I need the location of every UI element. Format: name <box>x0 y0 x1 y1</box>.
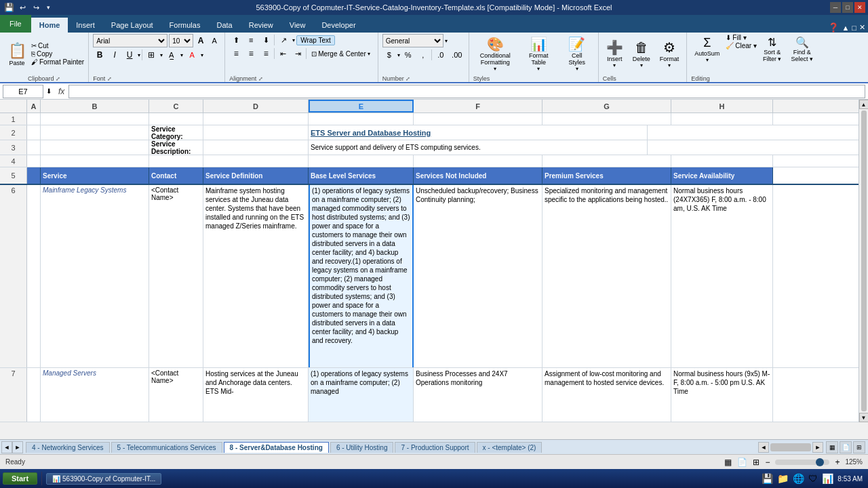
font-family-select[interactable]: Arial <box>93 34 167 47</box>
orientation-dropdown[interactable]: ▾ <box>292 37 295 43</box>
cell-e6[interactable]: (1) operations of legacy systems on a ma… <box>309 185 414 367</box>
cell-g6[interactable]: Specialized monitoring and management sp… <box>542 185 671 367</box>
window-controls[interactable]: ─ □ ✕ <box>830 2 865 13</box>
cell-d2[interactable] <box>203 125 309 140</box>
sheet-tab-prev[interactable]: ◄ <box>1 441 12 453</box>
taskbar-icon-save[interactable]: 💾 <box>762 473 773 484</box>
left-align-btn[interactable]: ≡ <box>229 47 243 60</box>
fill-color-dropdown[interactable]: ▾ <box>180 52 183 58</box>
clear-button[interactable]: 🧹Clear ▾ <box>726 42 757 49</box>
cell-c1[interactable] <box>149 113 203 125</box>
insert-button[interactable]: ➕ Insert ▾ <box>603 37 627 70</box>
redo-icon[interactable]: ↪ <box>30 1 42 14</box>
decrease-decimal-btn[interactable]: .00 <box>450 49 465 61</box>
save-icon[interactable]: 💾 <box>3 1 15 14</box>
cell-a3[interactable] <box>27 140 41 155</box>
cell-a4[interactable] <box>27 155 41 167</box>
sort-filter-button[interactable]: ⇅ Sort & Filter ▾ <box>760 34 785 64</box>
find-select-button[interactable]: 🔍 Find & Select ▾ <box>787 34 816 64</box>
sheet-tab-server-database[interactable]: 8 - Server&Database Hosting <box>224 442 329 453</box>
insert-tab[interactable]: Insert <box>68 18 103 33</box>
excel-restore-icon[interactable]: □ <box>852 24 856 32</box>
cell-f6[interactable]: Unscheduled backup/recovery; Business Co… <box>414 185 542 367</box>
zoom-slider[interactable] <box>775 460 829 465</box>
copy-button[interactable]: ⎘Copy <box>31 50 84 58</box>
cell-e2[interactable]: ETS Server and Database Hosting <box>309 125 648 140</box>
view-tab[interactable]: View <box>281 18 314 33</box>
zoom-in-btn[interactable]: + <box>835 458 840 467</box>
cell-e7[interactable]: (1) operations of legacy systems on a ma… <box>309 368 414 422</box>
review-tab[interactable]: Review <box>241 18 281 33</box>
cell-reference[interactable] <box>3 85 43 98</box>
ribbon-minimize-icon[interactable]: ▲ <box>842 24 849 32</box>
cell-a1[interactable] <box>27 113 41 125</box>
col-header-e[interactable]: E <box>309 100 414 113</box>
h-scroll-thumb[interactable] <box>770 443 811 451</box>
increase-indent-btn[interactable]: ⇥ <box>291 47 304 60</box>
currency-dropdown[interactable]: ▾ <box>397 52 400 58</box>
cell-e5[interactable]: Base Level Services <box>309 167 414 184</box>
delete-button[interactable]: 🗑 Delete ▾ <box>629 38 654 70</box>
cell-a7[interactable] <box>27 368 41 422</box>
font-color-dropdown[interactable]: ▾ <box>201 52 203 58</box>
top-align-btn[interactable]: ⬆ <box>229 34 243 46</box>
h-scroll-right[interactable]: ► <box>812 442 823 453</box>
col-header-h[interactable]: H <box>671 100 773 113</box>
conditional-formatting-button[interactable]: 🎨 Conditional Formatting ▾ <box>473 34 517 74</box>
right-align-btn[interactable]: ≡ <box>259 47 273 60</box>
cell-h4[interactable] <box>671 155 773 167</box>
sheet-tab-networking[interactable]: 4 - Networking Services <box>26 442 110 453</box>
zoom-slider-thumb[interactable] <box>816 458 824 466</box>
percent-btn[interactable]: % <box>401 49 415 61</box>
merge-center-button[interactable]: ⊡Merge & Center ▾ <box>308 49 374 59</box>
cell-b4[interactable] <box>41 155 149 167</box>
cell-e1[interactable] <box>309 113 414 125</box>
format-button[interactable]: ⚙ Format ▾ <box>656 37 683 70</box>
normal-view-status-btn[interactable]: ▦ <box>724 458 732 467</box>
sheet-tab-template[interactable]: x - <template> (2) <box>477 442 542 453</box>
col-header-g[interactable]: G <box>542 100 671 113</box>
page-layout-status-btn[interactable]: 📄 <box>737 458 747 467</box>
excel-close-icon[interactable]: ✕ <box>859 23 865 32</box>
undo-icon[interactable]: ↩ <box>16 1 28 14</box>
cell-a6[interactable] <box>27 185 41 367</box>
cell-h5[interactable]: Service Availability <box>671 167 773 184</box>
zoom-out-btn[interactable]: − <box>765 458 770 467</box>
start-button[interactable]: Start <box>3 472 37 485</box>
orientation-btn[interactable]: ↗ <box>276 34 291 46</box>
cell-b2[interactable] <box>41 125 149 140</box>
cell-b5[interactable]: Service <box>41 167 149 184</box>
conditional-dropdown[interactable]: ▾ <box>494 66 496 72</box>
cell-d4[interactable] <box>203 155 309 167</box>
cell-b3[interactable] <box>41 140 149 155</box>
cell-g4[interactable] <box>542 155 671 167</box>
underline-dropdown[interactable]: ▾ <box>138 52 140 58</box>
formulas-tab[interactable]: Formulas <box>161 18 209 33</box>
cell-d1[interactable] <box>203 113 309 125</box>
taskbar-icon-excel[interactable]: 📊 <box>822 473 833 484</box>
font-size-select[interactable]: 10 <box>169 34 193 47</box>
scroll-thumb[interactable] <box>861 110 867 411</box>
format-table-button[interactable]: 📊 Format Table ▾ <box>520 34 557 74</box>
taskbar-excel-btn[interactable]: 📊563900-Copy of Copmuter-IT... <box>46 473 161 485</box>
cell-f1[interactable] <box>414 113 542 125</box>
cell-g5[interactable]: Premium Services <box>542 167 671 184</box>
expand-formula-btn[interactable]: ⬇ <box>43 85 54 98</box>
cell-f7[interactable]: Business Processes and 24X7 Operations m… <box>414 368 542 422</box>
data-tab[interactable]: Data <box>208 18 240 33</box>
cell-styles-dropdown[interactable]: ▾ <box>576 66 578 72</box>
cell-b1[interactable] <box>41 113 149 125</box>
home-tab[interactable]: Home <box>31 18 68 33</box>
cell-h1[interactable] <box>671 113 773 125</box>
vertical-scrollbar[interactable]: ▲ ▼ <box>859 100 868 422</box>
col-header-d[interactable]: D <box>203 100 309 113</box>
formula-input[interactable]: (1) operations of legacy systems on a ma… <box>68 85 865 98</box>
cell-d6[interactable]: Mainframe system hosting services at the… <box>203 185 309 367</box>
scroll-down-btn[interactable]: ▼ <box>859 413 869 422</box>
center-align-btn[interactable]: ≡ <box>244 47 258 60</box>
italic-button[interactable]: I <box>108 49 121 61</box>
cell-c5[interactable]: Contact <box>149 167 203 184</box>
page-layout-tab[interactable]: Page Layout <box>103 18 161 33</box>
sheet-tab-telecom[interactable]: 5 - Telecommunications Services <box>111 442 222 453</box>
cell-g1[interactable] <box>542 113 671 125</box>
